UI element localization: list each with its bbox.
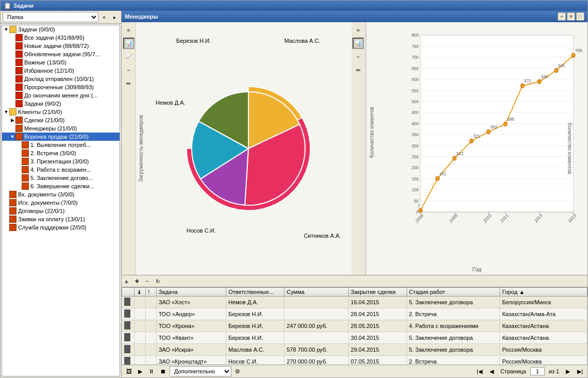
tree-item-8[interactable]: До окончания менее дня (... — [2, 91, 120, 100]
tree-label-16: 3. Презентация (3/0/0) — [30, 158, 89, 165]
col-header-responsible[interactable]: Ответственные... — [226, 288, 284, 297]
row-therm-3 — [134, 332, 146, 344]
table-row[interactable]: ТОО «Андер»Березов Н.И.28.04.20152. Встр… — [122, 308, 587, 320]
tree-item-10[interactable]: ▼Клиенты (21/0/0) — [2, 108, 120, 116]
table-delete-button[interactable]: − — [143, 276, 152, 286]
footer-pause-btn[interactable]: ⏸ — [146, 367, 157, 376]
footer-icon1[interactable]: 🖼 — [124, 367, 135, 376]
table-row[interactable]: ЗАО «Хост»Немов Д.А.16.04.20155. Заключе… — [122, 297, 587, 308]
row-task-0: ЗАО «Хост» — [156, 297, 226, 308]
chart-pencil-btn[interactable]: ✏ — [123, 78, 135, 89]
tree-item-22[interactable]: Договоры (22/0/1) — [2, 207, 120, 215]
col-header-color_indicator[interactable] — [122, 288, 135, 297]
tree-item-24[interactable]: Служба поддержки (2/0/0) — [2, 223, 120, 232]
row-priority-5 — [146, 356, 156, 365]
tree-item-17[interactable]: 4. Работа с возражен... — [2, 166, 120, 174]
tree-item-16[interactable]: 3. Презентация (3/0/0) — [2, 157, 120, 166]
tree-icon-15 — [22, 150, 29, 157]
chart-collapse-btn[interactable]: « — [123, 24, 135, 36]
tree-item-2[interactable]: Новые задачи (88/88/72) — [2, 42, 120, 50]
svg-text:500: 500 — [411, 98, 418, 104]
tree-icon-2 — [15, 42, 23, 50]
table-panel: ▲ + − ↻ 🌡!ЗадачаОтветственные...СуммаЗак… — [122, 275, 587, 377]
table-row[interactable]: ТОО «Квант»Березов Н.И.30.04.20155. Закл… — [122, 332, 587, 344]
app-title: Задачи — [13, 3, 33, 9]
table-wrapper[interactable]: 🌡!ЗадачаОтветственные...СуммаЗакрытие сд… — [122, 287, 587, 365]
sidebar-btn2[interactable]: ▸ — [110, 12, 119, 22]
right-chart-bar-btn[interactable]: 📊 — [352, 38, 364, 49]
tree-item-15[interactable]: 2. Встреча (3/0/0) — [2, 149, 120, 157]
chart-minus-btn[interactable]: − — [123, 64, 135, 76]
tree-icon-16 — [22, 158, 29, 165]
collapse-all-button[interactable]: « — [99, 12, 109, 22]
footer-left: 🖼 ▶ ⏸ ⏹ Дополнительно ⚙ — [124, 366, 243, 376]
svg-point-63 — [554, 68, 558, 72]
label-nosov: Носов С.И. — [187, 227, 216, 234]
tree-item-13[interactable]: ▼Воронка продаж (21/0/0) — [2, 133, 120, 141]
tree-label-17: 4. Работа с возражен... — [30, 167, 91, 173]
page-first-btn[interactable]: |◀ — [474, 367, 485, 376]
page-prev-btn[interactable]: ◀ — [487, 367, 496, 376]
right-minus-btn[interactable]: − — [352, 51, 364, 62]
tree-item-18[interactable]: 5. Заключение догово... — [2, 174, 120, 182]
col-header-city[interactable]: Город ▲ — [500, 288, 587, 297]
tree-item-14[interactable]: 1. Выявление потреб... — [2, 141, 120, 149]
panel-close-button[interactable]: ✕ — [567, 12, 575, 21]
tree-item-23[interactable]: Заявки на оплату (13/0/1) — [2, 215, 120, 223]
row-color-2 — [122, 320, 135, 332]
table-row[interactable]: ЗАО «Кронштадт»Носов С.И.270 000.00 руб.… — [122, 356, 587, 365]
page-last-btn[interactable]: ▶| — [575, 367, 585, 376]
right-collapse-btn[interactable]: « — [352, 24, 364, 36]
chart-line-btn[interactable]: 📈 — [123, 51, 135, 62]
page-input[interactable] — [530, 367, 545, 375]
col-header-thermometer[interactable]: 🌡 — [134, 288, 146, 297]
tree-item-19[interactable]: 6. Завершение сделки... — [2, 182, 120, 190]
row-therm-0 — [134, 297, 146, 308]
panel-collapse-button[interactable]: « — [558, 12, 566, 21]
col-header-task[interactable]: Задача — [156, 288, 226, 297]
svg-text:400: 400 — [411, 121, 418, 126]
tree-item-7[interactable]: Просроченные (309/88/93) — [2, 83, 120, 91]
folder-dropdown[interactable]: Папка — [3, 12, 98, 22]
footer-settings-btn[interactable]: ⚙ — [232, 367, 243, 376]
tree-item-6[interactable]: Доклад отправлен (10/0/1) — [2, 75, 120, 83]
svg-text:709: 709 — [575, 48, 582, 54]
row-color-4 — [122, 344, 135, 356]
footer-play-btn[interactable]: ▶ — [136, 367, 145, 376]
sidebar-tree[interactable]: ▼Задачи (0/0/0) Все задачи (431/88/95) Н… — [2, 25, 120, 376]
footer-dropdown[interactable]: Дополнительно — [170, 366, 231, 376]
tree-item-12[interactable]: Менеджеры (21/0/0) — [2, 124, 120, 133]
tree-item-1[interactable]: Все задачи (431/88/95) — [2, 34, 120, 42]
row-color-5 — [122, 356, 135, 365]
tree-item-20[interactable]: Вх. документы (3/0/0) — [2, 190, 120, 199]
tree-item-9[interactable]: Задачи (9/0/2) — [2, 100, 120, 108]
col-header-priority[interactable]: ! — [146, 288, 156, 297]
table-refresh-button[interactable]: ↻ — [153, 276, 162, 286]
tree-item-11[interactable]: ▶Сделки (21/0/0) — [2, 116, 120, 124]
table-add-button[interactable]: + — [132, 276, 142, 286]
row-amount-1 — [284, 308, 348, 320]
table-row[interactable]: ЗАО «Искра»Маслова А.С.578 700.00 руб.29… — [122, 344, 587, 356]
svg-text:363: 363 — [490, 124, 497, 130]
right-pencil-btn[interactable]: ✏ — [352, 64, 364, 76]
svg-point-59 — [520, 84, 524, 88]
row-city-1: Казахстан/Алма-Ата — [500, 308, 587, 320]
page-next-btn[interactable]: ▶ — [563, 367, 573, 376]
tree-item-5[interactable]: Избранное (12/1/0) — [2, 67, 120, 75]
tree-item-0[interactable]: ▼Задачи (0/0/0) — [2, 25, 120, 34]
col-header-amount[interactable]: Сумма — [284, 288, 348, 297]
tree-item-21[interactable]: Исх. документы (7/0/0) — [2, 199, 120, 207]
svg-text:243: 243 — [456, 151, 463, 156]
tree-icon-3 — [15, 51, 23, 58]
row-amount-4: 578 700.00 руб. — [284, 344, 348, 356]
footer-stop-btn[interactable]: ⏹ — [158, 367, 169, 376]
col-header-close_date[interactable]: Закрытие сделки — [348, 288, 407, 297]
tree-item-3[interactable]: Обновленные задачи (95/7... — [2, 50, 120, 58]
tree-label-12: Менеджеры (21/0/0) — [24, 125, 77, 132]
col-header-stage[interactable]: Стадия работ — [407, 288, 500, 297]
tree-icon-17 — [22, 166, 29, 173]
tree-item-4[interactable]: Важные (13/0/0) — [2, 58, 120, 67]
panel-expand-button[interactable]: □ — [576, 12, 584, 21]
chart-bar-btn[interactable]: 📊 — [123, 38, 135, 49]
table-row[interactable]: ТОО «Крона»Березов Н.И.247 000.00 руб.28… — [122, 320, 587, 332]
